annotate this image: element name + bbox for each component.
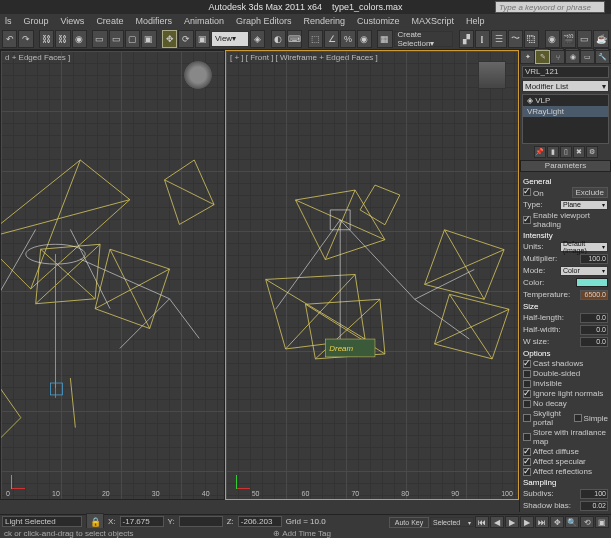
spinner-snap-button[interactable]: ◉	[357, 30, 372, 48]
play-button[interactable]: ▶	[505, 516, 519, 528]
object-name-field[interactable]: VRL_121	[522, 66, 609, 78]
show-end-button[interactable]: ▮	[547, 146, 559, 158]
tab-utilities[interactable]: 🔧	[595, 50, 610, 64]
move-button[interactable]: ✥	[162, 30, 177, 48]
mat-editor-button[interactable]: ◉	[545, 30, 560, 48]
percent-snap-button[interactable]: %	[340, 30, 355, 48]
double-sided-checkbox[interactable]	[523, 370, 531, 378]
z-field[interactable]: -206.203	[238, 516, 282, 527]
menu-rendering[interactable]: Rendering	[298, 16, 350, 26]
tab-create[interactable]: ✦	[520, 50, 535, 64]
tab-modify[interactable]: ✎	[535, 50, 550, 64]
pin-stack-button[interactable]: 📌	[534, 146, 546, 158]
invisible-checkbox[interactable]	[523, 380, 531, 388]
curve-editor-button[interactable]: 〜	[508, 30, 523, 48]
nav-pan-button[interactable]: ✥	[550, 516, 564, 528]
auto-key-button[interactable]: Auto Key	[389, 517, 429, 528]
x-field[interactable]: -17.675	[120, 516, 164, 527]
undo-button[interactable]: ↶	[2, 30, 17, 48]
menu-help[interactable]: Help	[461, 16, 490, 26]
simple-checkbox[interactable]	[574, 414, 582, 422]
shadow-bias-spinner[interactable]: 0.02	[580, 501, 608, 511]
menu-modifiers[interactable]: Modifiers	[130, 16, 177, 26]
config-button[interactable]: ⚙	[586, 146, 598, 158]
stack-item[interactable]: ◈ VLP	[523, 95, 608, 106]
help-search-input[interactable]	[495, 1, 605, 13]
mirror-button[interactable]: ▞	[459, 30, 474, 48]
y-field[interactable]	[179, 516, 223, 527]
remove-mod-button[interactable]: ✖	[573, 146, 585, 158]
menu-views[interactable]: Views	[56, 16, 90, 26]
modifier-list-dropdown[interactable]: Modifier List▾	[522, 80, 609, 92]
goto-start-button[interactable]: ⏮	[475, 516, 489, 528]
unique-button[interactable]: ▯	[560, 146, 572, 158]
render-frame-button[interactable]: ▭	[577, 30, 592, 48]
next-frame-button[interactable]: ▶	[520, 516, 534, 528]
select-window-button[interactable]: ▣	[141, 30, 156, 48]
half-width-spinner[interactable]: 0.0	[580, 325, 608, 335]
angle-snap-button[interactable]: ∠	[324, 30, 339, 48]
skylight-portal-checkbox[interactable]	[523, 414, 531, 422]
layer-button[interactable]: ☰	[491, 30, 506, 48]
ref-coord-dropdown[interactable]: View▾	[211, 31, 249, 47]
viewcube-icon[interactable]	[478, 61, 506, 89]
ignore-normals-checkbox[interactable]	[523, 390, 531, 398]
render-button[interactable]: ☕	[593, 30, 608, 48]
viewcube-icon[interactable]	[184, 61, 212, 89]
tab-hierarchy[interactable]: ⑂	[550, 50, 565, 64]
stack-item[interactable]: VRayLight	[523, 106, 608, 117]
affect-specular-checkbox[interactable]	[523, 458, 531, 466]
subdivs-spinner[interactable]: 100	[580, 489, 608, 499]
goto-end-button[interactable]: ⏭	[535, 516, 549, 528]
units-dropdown[interactable]: Default (image)▾	[560, 242, 608, 252]
mode-dropdown[interactable]: Color▾	[560, 266, 608, 276]
link-button[interactable]: ⛓	[39, 30, 54, 48]
modifier-stack[interactable]: ◈ VLP VRayLight	[522, 94, 609, 144]
w-size-spinner[interactable]: 0.0	[580, 337, 608, 347]
temperature-spinner[interactable]: 6500.0	[580, 290, 608, 300]
menu-customize[interactable]: Customize	[352, 16, 405, 26]
unlink-button[interactable]: ⛓	[55, 30, 70, 48]
align-button[interactable]: ⫿	[475, 30, 490, 48]
snap-button[interactable]: ⬚	[308, 30, 323, 48]
manip-button[interactable]: ◐	[271, 30, 286, 48]
affect-diffuse-checkbox[interactable]	[523, 448, 531, 456]
tab-display[interactable]: ▭	[580, 50, 595, 64]
rollout-parameters-header[interactable]: Parameters	[520, 160, 611, 172]
menu-tools[interactable]: ls	[0, 16, 17, 26]
nav-max-button[interactable]: ▣	[595, 516, 609, 528]
viewport-label-right[interactable]: [ + ] [ Front ] [ Wireframe + Edged Face…	[230, 53, 378, 62]
keymode-button[interactable]: ⌨	[287, 30, 302, 48]
menu-create[interactable]: Create	[91, 16, 128, 26]
on-checkbox[interactable]	[523, 188, 531, 196]
menu-graph-editors[interactable]: Graph Editors	[231, 16, 297, 26]
nav-zoom-button[interactable]: 🔍	[565, 516, 579, 528]
add-time-tag-button[interactable]: ⊕ Add Time Tag	[273, 529, 331, 538]
rotate-button[interactable]: ⟳	[178, 30, 193, 48]
half-length-spinner[interactable]: 0.0	[580, 313, 608, 323]
redo-button[interactable]: ↷	[18, 30, 33, 48]
nav-orbit-button[interactable]: ⟲	[580, 516, 594, 528]
menu-maxscript[interactable]: MAXScript	[407, 16, 460, 26]
color-swatch[interactable]	[576, 278, 608, 287]
schematic-button[interactable]: ⿻	[524, 30, 539, 48]
select-rect-button[interactable]: ▢	[125, 30, 140, 48]
cast-shadows-checkbox[interactable]	[523, 360, 531, 368]
scale-button[interactable]: ▣	[195, 30, 210, 48]
menu-group[interactable]: Group	[19, 16, 54, 26]
viewport-label-left[interactable]: d + Edged Faces ]	[5, 53, 70, 62]
viewport-perspective[interactable]: d + Edged Faces ]	[0, 50, 225, 500]
prev-frame-button[interactable]: ◀	[490, 516, 504, 528]
exclude-button[interactable]: Exclude	[572, 187, 608, 198]
multiplier-spinner[interactable]: 100.0	[580, 254, 608, 264]
tab-motion[interactable]: ◉	[565, 50, 580, 64]
no-decay-checkbox[interactable]	[523, 400, 531, 408]
menu-animation[interactable]: Animation	[179, 16, 229, 26]
pivot-button[interactable]: ◈	[250, 30, 265, 48]
selection-set-dropdown[interactable]: Create Selection▾	[394, 31, 454, 47]
enable-viewport-shading-checkbox[interactable]	[523, 216, 531, 224]
sel-set-button[interactable]: ▦	[377, 30, 392, 48]
select-button[interactable]: ▭	[92, 30, 107, 48]
select-name-button[interactable]: ▭	[109, 30, 124, 48]
type-dropdown[interactable]: Plane▾	[560, 200, 608, 210]
